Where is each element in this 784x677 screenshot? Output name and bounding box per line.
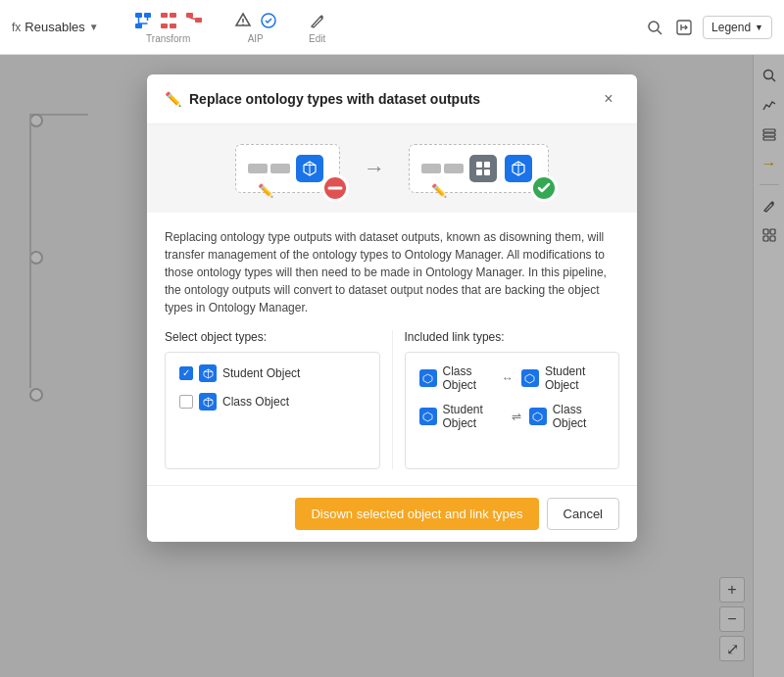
ill-before-box: ✏️ bbox=[235, 144, 340, 193]
svg-rect-7 bbox=[170, 13, 176, 18]
ill-pencil-overlay: ✏️ bbox=[258, 183, 273, 198]
svg-rect-8 bbox=[161, 24, 168, 28]
list-item[interactable]: Student Object bbox=[173, 361, 371, 386]
student-object-icon bbox=[199, 364, 217, 382]
ill-pencil-right-overlay: ✏️ bbox=[431, 183, 447, 198]
dialog-body: Replacing ontology type outputs with dat… bbox=[147, 213, 637, 485]
svg-rect-35 bbox=[476, 162, 482, 168]
share-toolbar-icon[interactable] bbox=[673, 17, 695, 38]
aip-icon-2[interactable] bbox=[258, 10, 279, 31]
transform-icon-2[interactable] bbox=[158, 10, 179, 31]
dialog-header: ✏️ Replace ontology types with dataset o… bbox=[147, 74, 637, 124]
legend-label: Legend bbox=[711, 21, 751, 34]
svg-rect-1 bbox=[144, 13, 151, 18]
link-student-icon-1 bbox=[521, 369, 539, 387]
search-toolbar-icon[interactable] bbox=[644, 17, 665, 38]
legend-chevron-icon: ▼ bbox=[755, 23, 763, 32]
svg-point-15 bbox=[242, 24, 244, 25]
class-object-label: Class Object bbox=[222, 395, 289, 409]
list-item: Class Object ↔ Student Object bbox=[414, 361, 612, 396]
aip-group: AIP bbox=[222, 10, 289, 44]
svg-rect-6 bbox=[161, 13, 168, 18]
object-types-col: Select object types: Student Object bbox=[165, 330, 380, 469]
transform-icon-1[interactable] bbox=[132, 10, 154, 31]
edit-label: Edit bbox=[309, 33, 325, 44]
brand[interactable]: fx Reusables ▼ bbox=[12, 20, 99, 34]
student-object-checkbox[interactable] bbox=[179, 366, 193, 380]
select-label: Select object types: bbox=[165, 330, 380, 344]
list-item: Student Object ⇌ Class Object bbox=[414, 399, 612, 434]
link-arrow-icon-1: ↔ bbox=[502, 371, 514, 385]
link-types-col: Included link types: Class Object ↔ bbox=[405, 330, 620, 469]
link-types-area: Class Object ↔ Student Object bbox=[405, 352, 620, 469]
object-types-area: Student Object Class Object bbox=[165, 352, 380, 469]
disown-button[interactable]: Disown selected object and link types bbox=[295, 498, 538, 530]
svg-line-18 bbox=[658, 30, 662, 34]
ill-after-box: ✏️ bbox=[409, 144, 549, 193]
edit-icon-1[interactable] bbox=[307, 10, 328, 31]
col-divider bbox=[392, 330, 393, 469]
dialog-footer: Disown selected object and link types Ca… bbox=[147, 485, 637, 542]
ill-arrow: → bbox=[364, 156, 385, 181]
cancel-button[interactable]: Cancel bbox=[547, 498, 619, 530]
dialog-title: ✏️ Replace ontology types with dataset o… bbox=[165, 91, 480, 107]
svg-rect-36 bbox=[484, 162, 490, 168]
dialog-description: Replacing ontology type outputs with dat… bbox=[165, 228, 619, 316]
dialog: ✏️ Replace ontology types with dataset o… bbox=[147, 74, 637, 542]
link-class-label-1: Class Object bbox=[443, 364, 494, 392]
link-class-icon-2 bbox=[529, 408, 547, 425]
svg-rect-38 bbox=[484, 169, 490, 175]
transform-icon-3[interactable] bbox=[183, 10, 205, 31]
student-object-label: Student Object bbox=[222, 366, 300, 380]
dialog-overlay: ✏️ Replace ontology types with dataset o… bbox=[0, 55, 784, 677]
ill-cube-right-icon bbox=[505, 155, 532, 182]
class-object-checkbox[interactable] bbox=[179, 395, 193, 409]
svg-rect-10 bbox=[186, 13, 193, 18]
ill-pill-right bbox=[421, 164, 464, 173]
ill-deny-badge bbox=[321, 174, 349, 202]
ill-ok-badge bbox=[530, 174, 558, 202]
class-object-icon bbox=[199, 393, 217, 411]
dialog-close-button[interactable]: × bbox=[598, 88, 619, 110]
included-label: Included link types: bbox=[405, 330, 620, 344]
transform-group: Transform bbox=[122, 10, 215, 44]
toolbar: fx Reusables ▼ bbox=[0, 0, 784, 55]
list-item[interactable]: Class Object bbox=[173, 389, 371, 414]
svg-rect-37 bbox=[476, 169, 482, 175]
brand-dropdown-icon[interactable]: ▼ bbox=[89, 22, 99, 32]
legend-button[interactable]: Legend ▼ bbox=[703, 16, 772, 39]
transform-label: Transform bbox=[146, 33, 190, 44]
dialog-illustration: ✏️ → ✏️ bbox=[147, 124, 637, 213]
brand-label: Reusables bbox=[24, 20, 84, 34]
toolbar-right: Legend ▼ bbox=[644, 16, 772, 39]
aip-label: AIP bbox=[248, 33, 264, 44]
ill-cube-icon bbox=[296, 155, 323, 182]
svg-rect-9 bbox=[170, 24, 176, 28]
dialog-title-text: Replace ontology types with dataset outp… bbox=[189, 91, 480, 107]
link-student-label-1: Student Object bbox=[545, 364, 605, 392]
pencil-title-icon: ✏️ bbox=[165, 91, 181, 107]
svg-rect-0 bbox=[135, 13, 142, 18]
ill-pill-left bbox=[248, 164, 290, 173]
link-student-label-2: Student Object bbox=[443, 403, 504, 430]
link-arrow-icon-2: ⇌ bbox=[512, 410, 521, 423]
link-class-label-2: Class Object bbox=[553, 403, 605, 430]
svg-point-17 bbox=[649, 22, 659, 31]
link-student-icon-2 bbox=[419, 408, 437, 425]
ill-grid-icon bbox=[469, 155, 497, 182]
link-class-icon-1 bbox=[419, 369, 437, 387]
aip-icon-1[interactable] bbox=[232, 10, 254, 31]
edit-group: Edit bbox=[297, 10, 338, 44]
brand-fx-icon: fx bbox=[12, 21, 21, 34]
selection-row: Select object types: Student Object bbox=[165, 330, 619, 469]
